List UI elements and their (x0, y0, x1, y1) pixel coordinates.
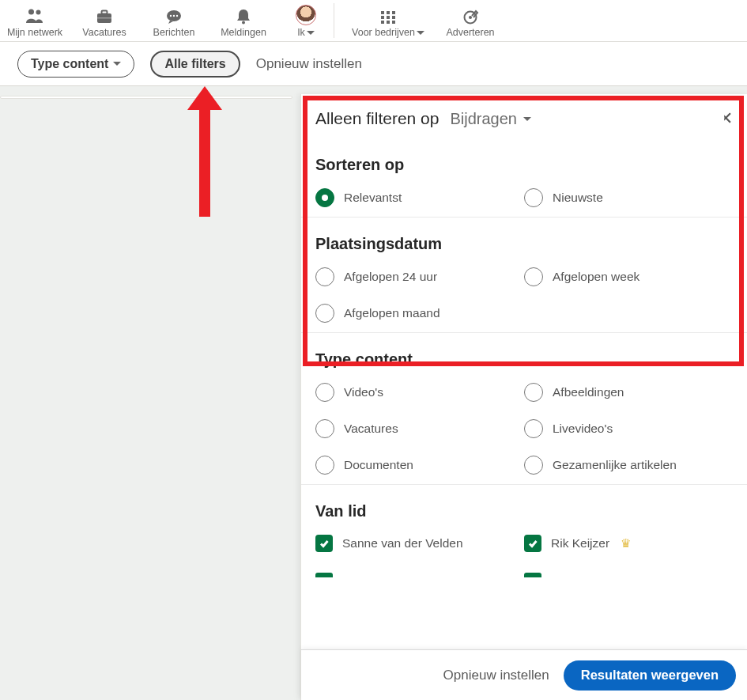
nav-jobs[interactable]: Vacatures (70, 0, 139, 41)
chk-member-1-label: Sanne van der Velden (342, 536, 463, 551)
svg-rect-15 (392, 16, 395, 19)
nav-advertise-label: Adverteren (446, 27, 494, 38)
footer-reset-button[interactable]: Opnieuw instellen (443, 668, 549, 683)
radio-ctype-docs-label: Documenten (344, 458, 413, 472)
radio-ctype-videos[interactable]: Video's (315, 383, 524, 402)
svg-rect-18 (392, 21, 395, 24)
chk-member-2[interactable]: Rik Keijzer ♛ (524, 535, 733, 552)
radio-ctype-videos-label: Video's (344, 385, 383, 399)
grid-icon (379, 9, 397, 25)
radio-ctype-collab[interactable]: Gezamenlijke artikelen (524, 456, 733, 475)
people-icon (25, 8, 44, 25)
svg-rect-3 (102, 11, 108, 14)
crown-icon: ♛ (621, 536, 631, 551)
chat-icon (164, 8, 183, 25)
arrow-head-icon (187, 86, 222, 110)
radio-icon (315, 188, 334, 207)
nav-advertise[interactable]: Adverteren (436, 0, 505, 41)
radio-icon (524, 383, 543, 402)
footer-show-results-button[interactable]: Resultaten weergeven (564, 660, 736, 691)
bell-icon (234, 8, 253, 25)
filter-chip-row: Type content Alle filters Opnieuw instel… (0, 42, 747, 86)
checkbox-partial-icon (315, 573, 333, 577)
radio-icon (315, 267, 334, 286)
svg-point-9 (242, 21, 245, 25)
nav-messages-label: Berichten (153, 27, 195, 38)
svg-rect-10 (381, 11, 384, 14)
radio-date-24h-label: Afgelopen 24 uur (344, 270, 437, 284)
nav-business[interactable]: Voor bedrijven (341, 0, 436, 41)
svg-point-20 (469, 16, 472, 19)
nav-notifications-label: Meldingen (221, 27, 266, 38)
briefcase-icon (95, 8, 114, 25)
svg-rect-11 (387, 11, 390, 14)
arrow-stem (199, 110, 210, 217)
chk-member-1[interactable]: Sanne van der Velden (315, 535, 524, 552)
section-from-title: Van lid (315, 502, 733, 520)
nav-jobs-label: Vacatures (82, 27, 126, 38)
caret-down-icon (523, 117, 531, 121)
nav-network[interactable]: Mijn netwerk (0, 0, 70, 41)
chk-member-2-label: Rik Keijzer (551, 536, 609, 551)
radio-date-week[interactable]: Afgelopen week (524, 267, 733, 286)
panel-footer: Opnieuw instellen Resultaten weergeven (301, 649, 747, 700)
section-ctype-title: Type content (315, 350, 733, 369)
radio-icon (524, 456, 543, 475)
radio-sort-newest[interactable]: Nieuwste (524, 188, 733, 207)
left-panel-stub (0, 96, 292, 99)
close-icon[interactable]: ✕ (719, 108, 733, 129)
nav-group-secondary: Voor bedrijven Adverteren (341, 0, 505, 41)
svg-rect-13 (381, 16, 384, 19)
svg-rect-4 (97, 17, 111, 19)
target-icon (462, 8, 479, 25)
radio-ctype-livevideo[interactable]: Livevideo's (524, 419, 733, 438)
nav-me-label: Ik (297, 27, 305, 38)
nav-me[interactable]: Ik (278, 0, 334, 41)
filters-panel: Alleen filteren op Bijdragen ✕ Sorteren … (300, 94, 747, 700)
svg-rect-16 (381, 21, 384, 24)
radio-sort-relevance[interactable]: Relevantst (315, 188, 524, 207)
radio-ctype-jobs[interactable]: Vacatures (315, 419, 524, 438)
section-from: Van lid Sanne van der Velden Rik Keijzer (301, 485, 747, 590)
radio-date-week-label: Afgelopen week (553, 270, 639, 284)
checkbox-checked-icon (524, 535, 541, 552)
section-date: Plaatsingsdatum Afgelopen 24 uur Afgelop… (301, 218, 747, 333)
svg-rect-17 (387, 21, 390, 24)
chip-type-content[interactable]: Type content (17, 51, 134, 78)
radio-ctype-docs[interactable]: Documenten (315, 456, 524, 475)
svg-point-0 (28, 9, 34, 15)
nav-network-label: Mijn netwerk (7, 27, 62, 38)
panel-scope-dropdown[interactable]: Bijdragen (450, 110, 531, 128)
reset-link[interactable]: Opnieuw instellen (256, 56, 362, 72)
panel-title: Alleen filteren op (315, 109, 439, 128)
radio-date-month[interactable]: Afgelopen maand (315, 304, 524, 323)
svg-point-7 (173, 15, 175, 17)
radio-icon (315, 304, 334, 323)
svg-point-6 (170, 15, 172, 17)
filters-panel-body: Alleen filteren op Bijdragen ✕ Sorteren … (301, 94, 747, 649)
radio-ctype-collab-label: Gezamenlijke artikelen (553, 458, 677, 472)
svg-point-1 (36, 10, 41, 15)
chip-all-filters[interactable]: Alle filters (150, 51, 240, 78)
caret-down-icon (417, 31, 424, 35)
chip-all-filters-label: Alle filters (164, 57, 225, 71)
nav-divider (334, 3, 334, 38)
checkbox-checked-icon (315, 535, 333, 552)
radio-ctype-jobs-label: Vacatures (344, 422, 398, 436)
section-sort: Sorteren op Relevantst Nieuwste (301, 138, 747, 218)
section-ctype: Type content Video's Afbeeldingen Vacatu… (301, 333, 747, 485)
nav-notifications[interactable]: Meldingen (209, 0, 278, 41)
radio-ctype-livevideo-label: Livevideo's (553, 422, 613, 436)
checkbox-partial-icon (524, 573, 541, 577)
section-date-title: Plaatsingsdatum (315, 235, 733, 253)
radio-date-24h[interactable]: Afgelopen 24 uur (315, 267, 524, 286)
content-area: Alleen filteren op Bijdragen ✕ Sorteren … (0, 86, 747, 700)
svg-rect-14 (387, 16, 390, 19)
section-sort-title: Sorteren op (315, 156, 733, 174)
nav-messages[interactable]: Berichten (139, 0, 209, 41)
radio-icon (524, 188, 543, 207)
radio-icon (524, 267, 543, 286)
top-nav: Mijn netwerk Vacatures Berichten Me (0, 0, 747, 42)
radio-ctype-images[interactable]: Afbeeldingen (524, 383, 733, 402)
nav-group-primary: Mijn netwerk Vacatures Berichten Me (0, 0, 334, 41)
